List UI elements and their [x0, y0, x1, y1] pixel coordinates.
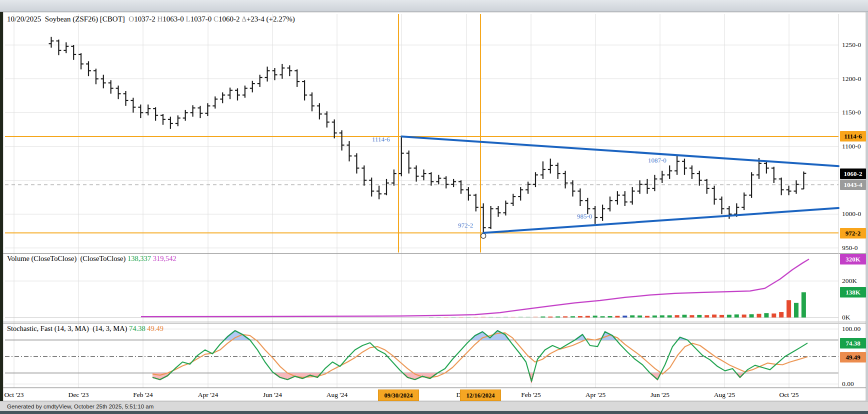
header-part: Soybean (ZSF26) [CBOT] [45, 15, 129, 23]
header-part: O [128, 15, 134, 23]
window-right-edge [866, 12, 868, 401]
price-badge: 320K [840, 254, 866, 264]
price-badge: 74.38 [840, 338, 866, 348]
price-annotation: 985-0 [577, 212, 592, 220]
axis-tick-label: 1250-0 [842, 40, 861, 50]
app-window: Soybean (ZSF26) 1061.25 -0.75 — O:1061.5… [0, 0, 868, 414]
header-part: 319,542 [153, 254, 176, 262]
status-footer: Generated by cmdtyView, October 25th 202… [0, 401, 868, 411]
price-annotation: 972-2 [458, 222, 473, 230]
price-chart-canvas[interactable] [0, 0, 868, 414]
ohlc-readout: 10/20/2025 Soybean (ZSF26) [CBOT] O1037-… [7, 15, 295, 24]
header-part: 1037-2 [134, 15, 157, 23]
header-part: C [214, 15, 218, 23]
header-part: L [186, 15, 190, 23]
price-badge: 972-2 [840, 228, 866, 238]
window-left-edge [0, 12, 3, 401]
time-tick-label: Apr '24 [198, 391, 218, 399]
price-badge: 1060-2 [840, 168, 866, 179]
axis-tick-label: 100.00 [842, 324, 860, 334]
header-part: 1037-0 [190, 15, 214, 23]
price-badge: 138K [840, 287, 866, 298]
axis-tick-label: 200K [842, 276, 857, 286]
header-part: Δ [242, 15, 246, 23]
event-date-badge: 09/30/2024 [378, 390, 419, 401]
time-tick-label: Feb '25 [521, 391, 541, 399]
header-part: +23-4 (+2.27%) [246, 15, 295, 23]
header-part: 10/20/2025 [7, 15, 45, 23]
time-tick-label: Aug '24 [326, 391, 348, 399]
time-tick-label: Jun '24 [263, 391, 282, 399]
time-tick-label: Feb '24 [133, 391, 153, 399]
price-annotation: 1087-0 [648, 156, 666, 164]
price-badge: 1114-6 [840, 131, 866, 142]
time-tick-label: Aug '25 [714, 391, 736, 399]
axis-tick-label: 1200-0 [842, 74, 861, 84]
volume-indicator-label[interactable]: Volume (CloseToClose) (CloseToClose) 138… [7, 254, 176, 263]
header-part: H [157, 15, 162, 23]
bottom-edge [0, 411, 868, 414]
axis-tick-label: 950-0 [842, 244, 858, 252]
header-part: Volume (CloseToClose) (CloseToClose) [7, 254, 128, 262]
axis-tick-label: 1150-0 [842, 108, 861, 117]
header-part: 1063-0 [162, 15, 186, 23]
price-badge: 49.49 [840, 352, 866, 362]
header-part: 138,337 [128, 254, 151, 262]
time-tick-label: Apr '25 [586, 391, 606, 399]
time-tick-label: Jun '25 [650, 391, 670, 399]
time-tick-label: Oct '25 [780, 391, 799, 399]
header-part: 49.49 [147, 324, 164, 332]
stochastic-indicator-label[interactable]: Stochastic, Fast (14, 3, MA) (14, 3, MA)… [7, 324, 164, 333]
event-date-badge: 12/16/2024 [460, 390, 501, 401]
header-part: 1060-2 [218, 15, 242, 23]
price-badge: 1043-4 [840, 180, 866, 190]
axis-tick-label: 1100-0 [842, 142, 861, 151]
header-part: Stochastic, Fast (14, 3, MA) (14, 3, MA) [7, 324, 129, 332]
axis-tick-label: 1000-0 [842, 210, 861, 218]
time-tick-label: Oct '23 [4, 391, 24, 399]
price-annotation: 1114-6 [372, 136, 390, 144]
axis-tick-label: 0.00 [842, 380, 854, 388]
axis-tick-label: 0K [842, 313, 850, 322]
time-tick-label: Dec '23 [68, 391, 88, 399]
generated-by-text: Generated by cmdtyView, October 25th 202… [7, 404, 154, 410]
header-part: 74.38 [129, 324, 146, 332]
